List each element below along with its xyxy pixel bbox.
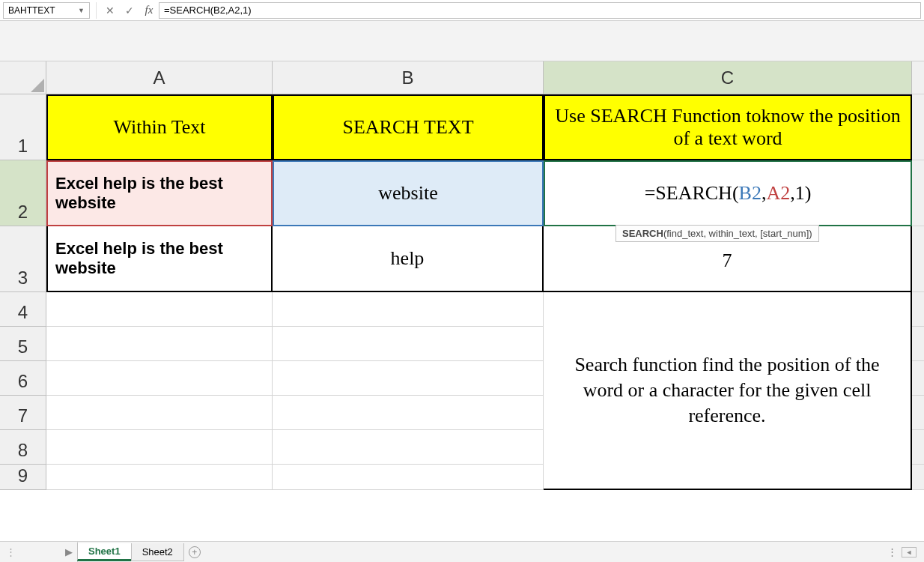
cell-a7[interactable] — [46, 396, 273, 430]
cell-b4[interactable] — [273, 292, 544, 327]
cell-a5[interactable] — [46, 327, 273, 361]
ribbon-spacer — [0, 21, 924, 61]
cell-b2[interactable]: website — [273, 160, 544, 226]
column-header-b[interactable]: B — [273, 61, 544, 94]
confirm-formula-button[interactable]: ✓ — [120, 2, 139, 19]
cell-a6[interactable] — [46, 361, 273, 396]
cell-a8[interactable] — [46, 430, 273, 465]
spreadsheet-grid: A B C 1 Within Text SEARCH TEXT Use SEAR… — [0, 61, 924, 490]
gutter — [912, 160, 924, 226]
fx-icon[interactable]: fx — [139, 2, 159, 19]
cell-b9[interactable] — [273, 465, 544, 490]
name-box[interactable]: BAHTTEXT ▼ — [3, 2, 90, 19]
gutter — [912, 396, 924, 430]
formula-display: =SEARCH(B2,A2,1) — [645, 182, 812, 205]
cell-a3[interactable]: Excel help is the best website — [46, 226, 273, 292]
cancel-formula-button[interactable]: ✕ — [100, 2, 120, 19]
row-header-7[interactable]: 7 — [0, 396, 46, 430]
gutter — [912, 226, 924, 292]
select-all-corner[interactable] — [0, 61, 46, 94]
function-tooltip: SEARCH(find_text, within_text, [start_nu… — [616, 225, 819, 242]
row-header-2[interactable]: 2 — [0, 160, 46, 226]
cell-b5[interactable] — [273, 327, 544, 361]
gutter — [912, 430, 924, 465]
row-header-1[interactable]: 1 — [0, 94, 46, 160]
column-header-a[interactable]: A — [46, 61, 273, 94]
cell-a4[interactable] — [46, 292, 273, 327]
formula-text: =SEARCH(B2,A2,1) — [164, 4, 252, 16]
formula-bar: BAHTTEXT ▼ ✕ ✓ fx =SEARCH(B2,A2,1) — [0, 0, 924, 21]
row-header-5[interactable]: 5 — [0, 327, 46, 361]
column-header-c[interactable]: C — [544, 61, 912, 94]
cell-c1[interactable]: Use SEARCH Function toknow the position … — [544, 94, 912, 160]
row-header-6[interactable]: 6 — [0, 361, 46, 396]
cell-a9[interactable] — [46, 465, 273, 490]
gutter — [912, 292, 924, 327]
gutter — [912, 361, 924, 396]
row-header-9[interactable]: 9 — [0, 465, 46, 490]
cell-b6[interactable] — [273, 361, 544, 396]
cell-b8[interactable] — [273, 430, 544, 465]
cell-b1[interactable]: SEARCH TEXT — [273, 94, 544, 160]
row-header-8[interactable]: 8 — [0, 430, 46, 465]
cell-b7[interactable] — [273, 396, 544, 430]
cell-c2[interactable]: =SEARCH(B2,A2,1) — [544, 160, 912, 226]
cell-c4-c9-note[interactable]: Search function find the position of the… — [544, 292, 912, 490]
cell-a2[interactable]: Excel help is the best website — [46, 160, 273, 226]
name-box-value: BAHTTEXT — [8, 5, 78, 16]
chevron-down-icon[interactable]: ▼ — [78, 7, 85, 14]
formula-input[interactable]: =SEARCH(B2,A2,1) — [159, 2, 921, 19]
cell-c3[interactable]: SEARCH(find_text, within_text, [start_nu… — [544, 226, 912, 292]
gutter — [912, 61, 924, 94]
gutter — [912, 465, 924, 490]
row-header-4[interactable]: 4 — [0, 292, 46, 327]
row-header-3[interactable]: 3 — [0, 226, 46, 292]
cell-b3[interactable]: help — [273, 226, 544, 292]
gutter — [912, 327, 924, 361]
gutter — [912, 94, 924, 160]
cell-a1[interactable]: Within Text — [46, 94, 273, 160]
